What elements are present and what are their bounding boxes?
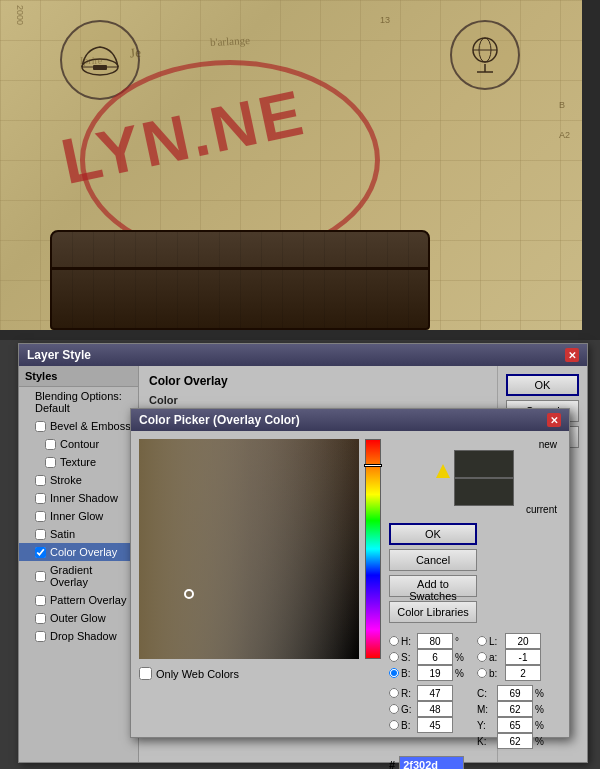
contour-item[interactable]: Contour (19, 435, 138, 453)
b3-radio[interactable] (389, 720, 399, 730)
layer-style-title: Layer Style (27, 348, 91, 362)
color-circle-indicator (184, 589, 194, 599)
inner-shadow-checkbox[interactable] (35, 493, 46, 504)
hue-bar[interactable] (365, 439, 381, 659)
b-label: B: (401, 668, 415, 679)
color-libraries-btn[interactable]: Color Libraries (389, 601, 477, 623)
h-label: H: (401, 636, 415, 647)
new-color-swatch[interactable] (454, 450, 514, 478)
a-label: a: (489, 652, 503, 663)
gradient-overlay-checkbox[interactable] (35, 571, 46, 582)
y-input[interactable] (497, 717, 533, 733)
gradient-overlay-item[interactable]: Gradient Overlay (19, 561, 138, 591)
k-input[interactable] (497, 733, 533, 749)
cp-cancel-btn[interactable]: Cancel (389, 549, 477, 571)
script-decoration-1: Je (129, 45, 141, 62)
m-input[interactable] (497, 701, 533, 717)
cp-buttons-group: OK Cancel Add to Swatches Color Librarie… (389, 523, 561, 623)
c-input[interactable] (497, 685, 533, 701)
layer-style-title-bar: Layer Style ✕ (19, 344, 587, 366)
satin-item[interactable]: Satin (19, 525, 138, 543)
b2-radio[interactable] (477, 668, 487, 678)
bevel-emboss-item[interactable]: Bevel & Emboss (19, 417, 138, 435)
outer-glow-item[interactable]: Outer Glow (19, 609, 138, 627)
bevel-emboss-checkbox[interactable] (35, 421, 46, 432)
b-unit: % (455, 668, 464, 679)
color-gradient-box[interactable] (139, 439, 359, 659)
b3-input[interactable] (417, 717, 453, 733)
texture-checkbox[interactable] (45, 457, 56, 468)
m-label: M: (477, 704, 495, 715)
b3-label: B: (401, 720, 415, 731)
c-unit: % (535, 688, 544, 699)
new-label: new (539, 439, 557, 450)
sub-title: Color (149, 394, 487, 406)
pattern-overlay-item[interactable]: Pattern Overlay (19, 591, 138, 609)
m-row: M: % (477, 701, 561, 717)
number-decoration-2: B (559, 100, 565, 110)
stroke-item[interactable]: Stroke (19, 471, 138, 489)
color-picker-close-btn[interactable]: ✕ (547, 413, 561, 427)
r-radio[interactable] (389, 688, 399, 698)
color-picker-dialog: Color Picker (Overlay Color) ✕ Only Web … (130, 408, 570, 738)
s-radio[interactable] (389, 652, 399, 662)
c-row: C: % (477, 685, 561, 701)
web-colors-checkbox[interactable] (139, 667, 152, 680)
y-unit: % (535, 720, 544, 731)
g-radio[interactable] (389, 704, 399, 714)
l-radio[interactable] (477, 636, 487, 646)
add-to-swatches-btn[interactable]: Add to Swatches (389, 575, 477, 597)
current-color-swatch[interactable] (454, 478, 514, 506)
g-label: G: (401, 704, 415, 715)
outer-glow-checkbox[interactable] (35, 613, 46, 624)
inner-glow-checkbox[interactable] (35, 511, 46, 522)
h-radio[interactable] (389, 636, 399, 646)
h-input[interactable] (417, 633, 453, 649)
y-label: Y: (477, 720, 495, 731)
b2-row: b: (477, 665, 561, 681)
stroke-checkbox[interactable] (35, 475, 46, 486)
g-input[interactable] (417, 701, 453, 717)
drop-shadow-item[interactable]: Drop Shadow (19, 627, 138, 645)
s-input[interactable] (417, 649, 453, 665)
trunk-illustration (50, 230, 430, 330)
s-row: S: % (389, 649, 473, 665)
layer-style-close-btn[interactable]: ✕ (565, 348, 579, 362)
hex-input[interactable] (399, 756, 464, 769)
r-input[interactable] (417, 685, 453, 701)
k-row: K: % (477, 733, 561, 749)
drop-shadow-checkbox[interactable] (35, 631, 46, 642)
a-input[interactable] (505, 649, 541, 665)
hsb-rgb-column: H: ° S: % B: % (389, 633, 473, 749)
number-decoration-4: 2000 (15, 5, 25, 25)
canvas-area: LYN.NE Je b'arlange Iprire 13 B A2 2000 (0, 0, 600, 340)
color-overlay-item[interactable]: Color Overlay (19, 543, 138, 561)
gamut-warning-icon (436, 464, 450, 478)
b3-row: B: (389, 717, 473, 733)
layer-style-ok-btn[interactable]: OK (506, 374, 579, 396)
b2-label: b: (489, 668, 503, 679)
texture-item[interactable]: Texture (19, 453, 138, 471)
cp-ok-btn[interactable]: OK (389, 523, 477, 545)
b-radio[interactable] (389, 668, 399, 678)
contour-checkbox[interactable] (45, 439, 56, 450)
b-input[interactable] (417, 665, 453, 681)
s-label: S: (401, 652, 415, 663)
inner-glow-item[interactable]: Inner Glow (19, 507, 138, 525)
hex-label: # (389, 759, 395, 769)
satin-checkbox[interactable] (35, 529, 46, 540)
inner-shadow-item[interactable]: Inner Shadow (19, 489, 138, 507)
number-decoration-3: A2 (559, 130, 570, 140)
l-label: L: (489, 636, 503, 647)
l-input[interactable] (505, 633, 541, 649)
b2-input[interactable] (505, 665, 541, 681)
a-radio[interactable] (477, 652, 487, 662)
color-picker-title-bar: Color Picker (Overlay Color) ✕ (131, 409, 569, 431)
lab-cmyk-column: L: a: b: C: (477, 633, 561, 749)
m-unit: % (535, 704, 544, 715)
g-row: G: (389, 701, 473, 717)
pattern-overlay-checkbox[interactable] (35, 595, 46, 606)
blending-options-item[interactable]: Blending Options: Default (19, 387, 138, 417)
number-decoration-1: 13 (380, 15, 390, 25)
color-overlay-checkbox[interactable] (35, 547, 46, 558)
